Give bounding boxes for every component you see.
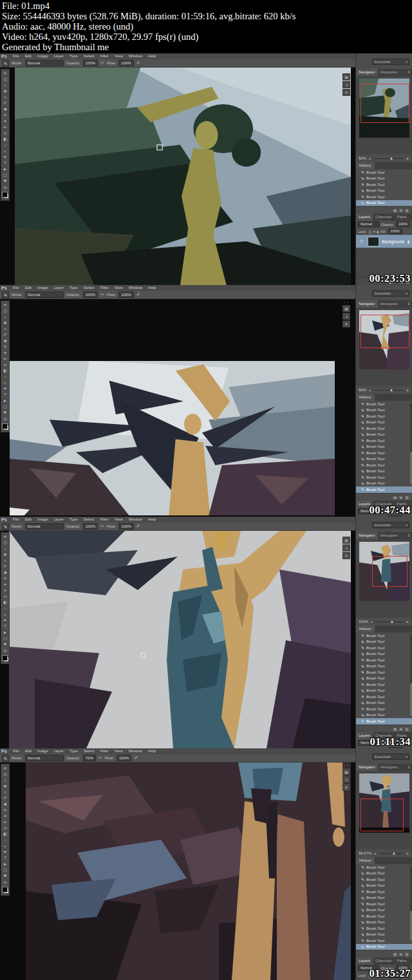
delete-icon[interactable]: ▥ (405, 495, 409, 499)
zoom-out-icon[interactable]: ▲ (368, 388, 371, 392)
tool-history-brush[interactable]: ✏ (1, 356, 9, 362)
tab-navigator[interactable]: Navigator (356, 532, 378, 539)
zoom-in-icon[interactable]: ▲ (406, 620, 409, 624)
collapsed-panel-icon-3[interactable]: ✦ (342, 320, 350, 328)
menu-item[interactable]: Image (35, 285, 52, 291)
menu-item[interactable]: File (10, 53, 23, 59)
tab-navigator[interactable]: Navigator (356, 300, 378, 308)
history-entry[interactable]: ✎ Brush Tool (356, 871, 412, 877)
navigator-view-rect[interactable] (360, 315, 409, 348)
navigator-view-rect[interactable] (360, 799, 404, 832)
collapsed-panel-icon-3[interactable]: ✦ (342, 552, 350, 559)
zoom-percent[interactable]: 66.67% (359, 851, 371, 855)
menu-item[interactable]: Filter (97, 748, 111, 754)
tool-type[interactable]: T (1, 855, 9, 861)
tool-blur[interactable]: ○ (1, 838, 9, 844)
zoom-percent[interactable]: 50% (359, 156, 366, 160)
history-entry[interactable]: ✎ Brush Tool (356, 669, 412, 676)
mode-dropdown[interactable]: Normal (25, 755, 64, 761)
blend-mode-dropdown[interactable]: Normal (358, 221, 379, 227)
new-snapshot-icon[interactable]: ⊞ (399, 726, 402, 731)
tablet-opacity-icon[interactable]: ✑ (100, 60, 104, 66)
workspace-switcher[interactable]: Essentials▾ (372, 753, 409, 760)
menu-item[interactable]: View (111, 285, 126, 291)
tool-eyedropper[interactable]: ✐ (1, 795, 9, 801)
collapsed-panel-icon-2[interactable]: ◑ (342, 81, 350, 88)
tab-channels[interactable]: Channels (373, 214, 394, 221)
tool-blur[interactable]: ○ (1, 374, 9, 380)
history-entry[interactable]: ✎ Brush Tool (356, 420, 412, 426)
history-entry[interactable]: ✎ Brush Tool (356, 694, 412, 700)
delete-icon[interactable]: ▥ (405, 952, 409, 956)
history-entry[interactable]: ✎ Brush Tool (356, 474, 412, 481)
canvas-painting[interactable] (15, 68, 351, 285)
menu-item[interactable]: File (10, 517, 23, 522)
navigator-view-rect[interactable] (372, 556, 407, 587)
tool-path-select[interactable]: ► (1, 167, 9, 172)
history-entry[interactable]: ✎ Brush Tool (356, 432, 412, 438)
history-entry[interactable]: ✎ Brush Tool (356, 468, 412, 475)
menu-item[interactable]: Type (66, 53, 80, 59)
airbrush-icon[interactable]: ✐ (136, 60, 140, 66)
delete-icon[interactable]: ▥ (405, 208, 409, 212)
menu-item[interactable]: View (111, 748, 126, 754)
tool-move[interactable]: ✛ (1, 71, 9, 77)
collapsed-panel-icon-2[interactable]: ◑ (342, 776, 350, 783)
history-entry[interactable]: ✎ Brush Tool (356, 895, 412, 901)
opacity-field[interactable]: 100% (83, 60, 98, 66)
tool-hand[interactable]: ❖ (1, 178, 9, 184)
collapsed-panel-icon-1[interactable]: ▤ (342, 305, 350, 312)
tab-history[interactable]: History (356, 857, 375, 864)
tool-eraser[interactable]: ▭ (1, 826, 9, 831)
history-entry[interactable]: ✎ Brush Tool (356, 901, 412, 907)
history-entry[interactable]: ✎ Brush Tool (356, 944, 412, 950)
opacity-field[interactable]: 70% (83, 755, 96, 761)
foreground-color-swatch[interactable] (2, 192, 8, 198)
window-controls[interactable]: ▫ ▫ (344, 532, 349, 536)
zoom-in-icon[interactable]: ▲ (406, 388, 409, 392)
history-entry[interactable]: ✎ Brush Tool (356, 883, 412, 889)
menu-item[interactable]: Help (145, 285, 159, 291)
tool-eyedropper[interactable]: ✐ (1, 100, 9, 106)
menu-item[interactable]: Edit (22, 517, 34, 522)
tool-dodge[interactable]: ◐ (1, 380, 9, 386)
flow-field[interactable]: 100% (118, 60, 133, 66)
airbrush-icon[interactable]: ✐ (136, 292, 140, 297)
flow-field[interactable]: 100% (118, 523, 133, 530)
tool-marquee[interactable]: ◫ (1, 772, 9, 777)
tool-zoom[interactable]: ◎ (1, 416, 9, 422)
tool-blur[interactable]: ○ (1, 143, 9, 149)
canvas-area[interactable] (0, 531, 412, 748)
new-snapshot-icon[interactable]: ⊞ (399, 208, 402, 212)
tool-path-select[interactable]: ► (1, 862, 9, 867)
mode-dropdown[interactable]: Normal (25, 60, 64, 66)
collapsed-panel-icon-3[interactable]: ✦ (342, 89, 350, 96)
tool-crop[interactable]: ⌗ (1, 326, 9, 332)
tab-history[interactable]: History (356, 162, 375, 169)
tool-marquee[interactable]: ◫ (1, 540, 9, 546)
tool-clone-stamp[interactable]: ♦ (1, 582, 9, 587)
tablet-opacity-icon[interactable]: ✑ (100, 524, 104, 529)
menu-item[interactable]: Image (35, 748, 52, 754)
history-entry[interactable]: ✎ Brush Tool (356, 633, 412, 639)
history-entry[interactable]: ✎ Brush Tool (356, 651, 412, 658)
history-entry[interactable]: ✎ Brush Tool (356, 657, 412, 663)
workspace-switcher[interactable]: Essentials▾ (372, 59, 409, 65)
history-entry[interactable]: ✎ Brush Tool (356, 438, 412, 444)
history-entry[interactable]: ✎ Brush Tool (356, 913, 412, 920)
new-snapshot-icon[interactable]: ⊞ (399, 952, 402, 956)
color-swatches[interactable] (2, 192, 9, 199)
tool-quick-select[interactable]: ❋ (1, 784, 9, 790)
history-entry[interactable]: ✎ Brush Tool (356, 864, 412, 871)
history-entry[interactable]: ✎ Brush Tool (356, 907, 412, 914)
menu-item[interactable]: File (10, 285, 23, 291)
tool-zoom[interactable]: ◎ (1, 185, 9, 190)
menu-item[interactable]: View (111, 53, 126, 59)
navigator-view-rect[interactable] (360, 84, 409, 123)
tool-shape[interactable]: ▢ (1, 404, 9, 410)
window-controls[interactable]: ▫ ▫ (344, 69, 349, 73)
history-entry[interactable]: ✎ Brush Tool (356, 676, 412, 682)
collapsed-panel-icon-1[interactable]: ▤ (342, 537, 350, 544)
history-entry[interactable]: ✎ Brush Tool (356, 889, 412, 895)
menu-item[interactable]: Type (66, 517, 80, 522)
